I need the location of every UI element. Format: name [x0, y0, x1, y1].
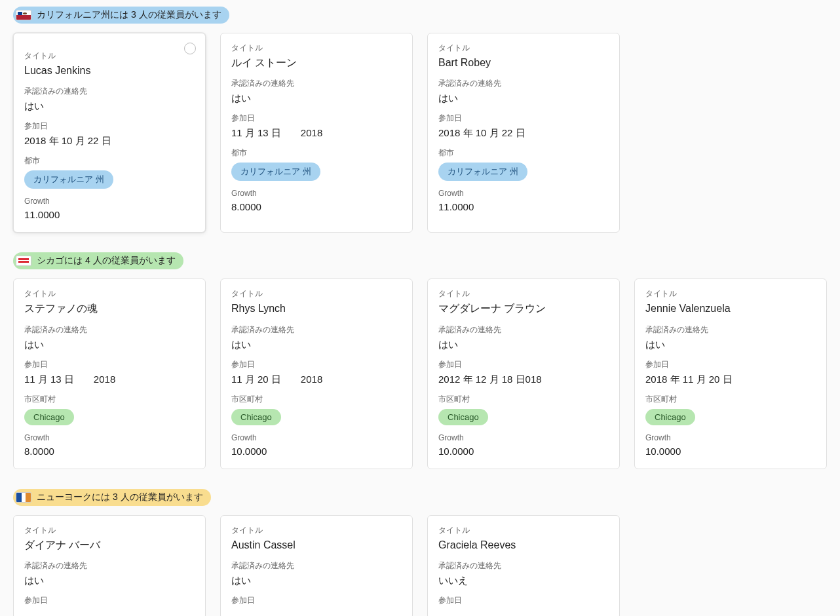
city-label: 市区町村: [24, 394, 195, 405]
group-header-label: カリフォルニア州には 3 人の従業員がいます: [37, 9, 221, 21]
city-tag[interactable]: カリフォルニア 州: [231, 163, 320, 181]
cards-container: タイトルダイアナ バーバ承認済みの連絡先はい参加日タイトルAustin Cass…: [13, 515, 827, 616]
group-header[interactable]: カリフォルニア州には 3 人の従業員がいます: [13, 7, 229, 24]
title-value: ステファノの魂: [24, 301, 195, 316]
title-label: タイトル: [24, 525, 195, 536]
employee-card[interactable]: タイトルダイアナ バーバ承認済みの連絡先はい参加日: [13, 515, 206, 616]
city-label: 都市: [438, 147, 609, 159]
joined-label: 参加日: [24, 121, 195, 132]
joined-value: 11 月 13 日 2018: [231, 126, 402, 140]
approved-value: はい: [24, 573, 195, 587]
cards-container: タイトルステファノの魂承認済みの連絡先はい参加日11 月 13 日 2018市区…: [13, 279, 827, 469]
city-tag[interactable]: カリフォルニア 州: [24, 170, 113, 189]
title-value: Rhys Lynch: [231, 301, 402, 316]
select-radio-icon[interactable]: [184, 43, 196, 54]
joined-value: 11 月 13 日 2018: [24, 372, 195, 386]
title-label: タイトル: [438, 43, 609, 54]
city-tag[interactable]: Chicago: [645, 409, 695, 425]
growth-value: 10.0000: [231, 444, 402, 458]
approved-label: 承認済みの連絡先: [645, 324, 816, 336]
title-label: タイトル: [231, 43, 402, 54]
title-label: タイトル: [24, 50, 195, 62]
employee-group: ニューヨークには 3 人の従業員がいますタイトルダイアナ バーバ承認済みの連絡先…: [13, 489, 827, 616]
approved-value: はい: [231, 337, 402, 351]
approved-value: はい: [438, 337, 609, 351]
title-label: タイトル: [438, 525, 609, 536]
joined-value: 11 月 20 日 2018: [231, 372, 402, 386]
joined-label: 参加日: [438, 359, 609, 370]
joined-label: 参加日: [645, 359, 816, 370]
group-header[interactable]: シカゴには 4 人の従業員がいます: [13, 252, 183, 269]
employee-card[interactable]: タイトルGraciela Reeves承認済みの連絡先いいえ参加日: [427, 515, 620, 616]
growth-label: Growth: [231, 189, 402, 198]
approved-label: 承認済みの連絡先: [438, 560, 609, 571]
growth-value: 8.0000: [231, 200, 402, 214]
growth-value: 10.0000: [438, 444, 609, 458]
joined-value: 2018 年 10 月 22 日: [438, 126, 609, 140]
growth-label: Growth: [438, 189, 609, 198]
city-tag[interactable]: Chicago: [231, 409, 281, 425]
group-header-label: ニューヨークには 3 人の従業員がいます: [37, 491, 203, 503]
approved-label: 承認済みの連絡先: [231, 324, 402, 336]
flag-icon: [16, 492, 31, 503]
title-label: タイトル: [438, 288, 609, 299]
title-label: タイトル: [645, 288, 816, 299]
employee-card[interactable]: タイトルAustin Cassel承認済みの連絡先はい参加日: [220, 515, 413, 616]
joined-value: 2018 年 11 月 20 日: [645, 372, 816, 386]
city-label: 市区町村: [438, 394, 609, 405]
employee-card[interactable]: タイトルJennie Valenzuela承認済みの連絡先はい参加日2018 年…: [634, 279, 827, 469]
joined-label: 参加日: [24, 595, 195, 606]
cards-container: タイトルLucas Jenkins承認済みの連絡先はい参加日2018 年 10 …: [13, 33, 827, 233]
growth-label: Growth: [24, 433, 195, 442]
growth-label: Growth: [231, 433, 402, 442]
city-tag[interactable]: カリフォルニア 州: [438, 163, 527, 181]
approved-label: 承認済みの連絡先: [24, 324, 195, 336]
title-label: タイトル: [231, 525, 402, 536]
approved-label: 承認済みの連絡先: [24, 560, 195, 571]
joined-label: 参加日: [24, 359, 195, 370]
city-tag[interactable]: Chicago: [438, 409, 488, 425]
employee-group: シカゴには 4 人の従業員がいますタイトルステファノの魂承認済みの連絡先はい参加…: [13, 252, 827, 469]
joined-label: 参加日: [438, 113, 609, 124]
growth-label: Growth: [645, 433, 816, 442]
employee-group: カリフォルニア州には 3 人の従業員がいますタイトルLucas Jenkins承…: [13, 7, 827, 233]
title-value: Graciela Reeves: [438, 538, 609, 552]
employee-card[interactable]: タイトルLucas Jenkins承認済みの連絡先はい参加日2018 年 10 …: [13, 33, 206, 233]
city-label: 市区町村: [231, 394, 402, 405]
approved-value: はい: [24, 99, 195, 113]
title-label: タイトル: [24, 288, 195, 299]
growth-label: Growth: [438, 433, 609, 442]
city-label: 都市: [231, 147, 402, 159]
joined-label: 参加日: [438, 595, 609, 606]
employee-card[interactable]: タイトルステファノの魂承認済みの連絡先はい参加日11 月 13 日 2018市区…: [13, 279, 206, 469]
employee-card[interactable]: タイトルBart Robey承認済みの連絡先はい参加日2018 年 10 月 2…: [427, 33, 620, 233]
joined-value: 2012 年 12 月 18 日018: [438, 372, 609, 386]
title-label: タイトル: [231, 288, 402, 299]
growth-label: Growth: [24, 197, 195, 206]
growth-value: 10.0000: [645, 444, 816, 458]
growth-value: 8.0000: [24, 444, 195, 458]
joined-label: 参加日: [231, 359, 402, 370]
title-value: ルイ ストーン: [231, 56, 402, 70]
joined-value: 2018 年 10 月 22 日: [24, 134, 195, 147]
employee-card[interactable]: タイトルマグダレーナ ブラウン承認済みの連絡先はい参加日2012 年 12 月 …: [427, 279, 620, 469]
approved-label: 承認済みの連絡先: [24, 86, 195, 97]
city-label: 都市: [24, 155, 195, 166]
approved-value: はい: [645, 337, 816, 351]
group-header[interactable]: ニューヨークには 3 人の従業員がいます: [13, 489, 211, 506]
flag-icon: [16, 256, 31, 266]
growth-value: 11.0000: [438, 200, 609, 214]
approved-label: 承認済みの連絡先: [438, 324, 609, 336]
employee-card[interactable]: タイトルRhys Lynch承認済みの連絡先はい参加日11 月 20 日 201…: [220, 279, 413, 469]
city-label: 市区町村: [645, 394, 816, 405]
approved-label: 承認済みの連絡先: [231, 560, 402, 571]
title-value: ダイアナ バーバ: [24, 538, 195, 552]
approved-label: 承認済みの連絡先: [231, 78, 402, 89]
approved-value: はい: [231, 573, 402, 587]
title-value: Austin Cassel: [231, 538, 402, 552]
title-value: マグダレーナ ブラウン: [438, 301, 609, 316]
approved-label: 承認済みの連絡先: [438, 78, 609, 89]
city-tag[interactable]: Chicago: [24, 409, 74, 425]
employee-card[interactable]: タイトルルイ ストーン承認済みの連絡先はい参加日11 月 13 日 2018都市…: [220, 33, 413, 233]
joined-label: 参加日: [231, 113, 402, 124]
